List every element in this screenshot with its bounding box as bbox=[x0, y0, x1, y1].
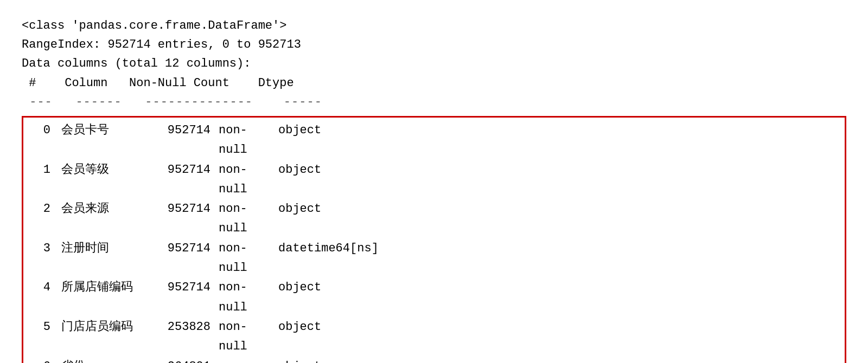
row-null: non-null bbox=[219, 239, 273, 278]
row-count: 264801 bbox=[156, 357, 210, 364]
row-idx: 1 bbox=[29, 160, 50, 200]
row-name: 会员卡号 bbox=[61, 121, 156, 160]
row-dtype: datetime64[ns] bbox=[278, 239, 379, 278]
row-idx: 2 bbox=[29, 199, 50, 239]
data-row: 3注册时间952714non-nulldatetime64[ns] bbox=[29, 239, 839, 278]
row-name: 省份 bbox=[61, 357, 156, 364]
header-lines: <class 'pandas.core.frame.DataFrame'> Ra… bbox=[22, 16, 846, 112]
row-null: non-null bbox=[219, 160, 273, 200]
row-dtype: object bbox=[278, 278, 321, 317]
row-null: non-null bbox=[219, 357, 273, 364]
row-name: 注册时间 bbox=[61, 239, 156, 278]
class-line: <class 'pandas.core.frame.DataFrame'> bbox=[22, 16, 846, 35]
row-count: 952714 bbox=[156, 239, 210, 278]
row-dtype: object bbox=[278, 160, 321, 200]
row-name: 会员等级 bbox=[61, 160, 156, 200]
row-count: 952714 bbox=[156, 121, 210, 160]
row-name: 所属店铺编码 bbox=[61, 278, 156, 317]
row-null: non-null bbox=[219, 121, 273, 160]
row-dtype: object bbox=[278, 121, 321, 160]
row-count: 952714 bbox=[156, 160, 210, 200]
col-dashes: --- ------ -------------- ----- bbox=[22, 93, 846, 112]
highlighted-box: 0会员卡号952714non-nullobject 1会员等级952714non… bbox=[22, 116, 846, 363]
data-row: 6省份264801non-nullobject bbox=[29, 357, 839, 364]
range-index-line: RangeIndex: 952714 entries, 0 to 952713 bbox=[22, 35, 846, 54]
data-row: 5门店店员编码253828non-nullobject bbox=[29, 317, 839, 357]
row-count: 952714 bbox=[156, 278, 210, 317]
row-idx: 0 bbox=[29, 121, 50, 160]
row-idx: 5 bbox=[29, 317, 50, 357]
row-dtype: object bbox=[278, 199, 321, 239]
row-name: 门店店员编码 bbox=[61, 317, 156, 357]
row-dtype: object bbox=[278, 357, 321, 364]
row-null: non-null bbox=[219, 199, 273, 239]
output-container: <class 'pandas.core.frame.DataFrame'> Ra… bbox=[22, 16, 846, 363]
row-null: non-null bbox=[219, 317, 273, 357]
data-row: 1会员等级952714non-nullobject bbox=[29, 160, 839, 200]
data-row: 4所属店铺编码952714non-nullobject bbox=[29, 278, 839, 317]
row-null: non-null bbox=[219, 278, 273, 317]
row-count: 952714 bbox=[156, 199, 210, 239]
row-idx: 6 bbox=[29, 357, 50, 364]
row-count: 253828 bbox=[156, 317, 210, 357]
data-columns-line: Data columns (total 12 columns): bbox=[22, 54, 846, 73]
data-row: 2会员来源952714non-nullobject bbox=[29, 199, 839, 239]
col-header-row: # Column Non-Null Count Dtype bbox=[22, 74, 846, 93]
row-idx: 4 bbox=[29, 278, 50, 317]
row-idx: 3 bbox=[29, 239, 50, 278]
row-dtype: object bbox=[278, 317, 321, 357]
row-name: 会员来源 bbox=[61, 199, 156, 239]
data-row: 0会员卡号952714non-nullobject bbox=[29, 121, 839, 160]
